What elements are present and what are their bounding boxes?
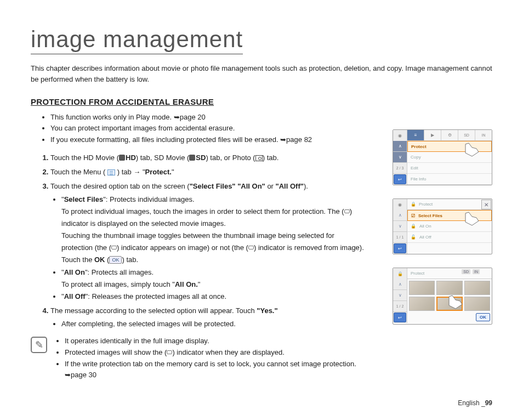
ok-button[interactable]: OK xyxy=(476,313,490,321)
ok-icon: OK xyxy=(109,256,122,264)
note-block: ✎ It operates identically in the full im… xyxy=(31,336,365,381)
thumbnail[interactable] xyxy=(409,281,435,295)
screen-menu: ◉ ∧ ∨ 2 / 3 ↩ ≡ ▶ ⚙ SD IN Protect Copy E… xyxy=(393,129,492,185)
footer-lang: English xyxy=(458,399,481,407)
up-button[interactable]: ∧ xyxy=(393,210,407,221)
label: All Off xyxy=(419,235,431,240)
film-icon xyxy=(189,155,195,161)
title-text: Protect xyxy=(411,271,424,276)
sd-badge: SD xyxy=(462,269,470,274)
photo-icon xyxy=(255,155,263,161)
down-button[interactable]: ∨ xyxy=(393,290,407,301)
tab-list[interactable]: ≡ xyxy=(407,130,424,140)
text: or xyxy=(265,182,276,190)
option-labels: "Select Files" "All On" xyxy=(190,182,265,190)
text: " xyxy=(140,168,145,176)
hand-pointer-icon xyxy=(446,294,465,310)
note-icon: ✎ xyxy=(31,337,47,353)
text: The message according to the selected op… xyxy=(50,307,257,315)
option-label: "All Off" xyxy=(276,182,304,190)
page-title: image management xyxy=(31,26,243,54)
substep-after: After completing, the selected images wi… xyxy=(61,318,365,330)
text: ) tab. xyxy=(263,154,279,162)
text: To protect all images, simply touch " xyxy=(61,280,175,288)
menu-edit[interactable]: Edit xyxy=(407,163,492,174)
disc-icon: ◉ xyxy=(393,130,407,141)
disc-icon: ◉ xyxy=(393,199,407,210)
text: ) tab, or Photo ( xyxy=(206,154,255,162)
protect-label: Protect. xyxy=(145,168,172,176)
prereq-item: If you execute formatting, all files inc… xyxy=(50,134,365,145)
text: ": Protects all images. xyxy=(85,268,154,276)
note-item: If the write protection tab on the memor… xyxy=(65,359,365,382)
text: Touch the desired option tab on the scre… xyxy=(50,182,190,190)
text: ( xyxy=(105,256,110,264)
tab-play[interactable]: ▶ xyxy=(424,130,441,140)
hand-pointer-icon xyxy=(462,211,482,226)
thumbnail[interactable] xyxy=(436,281,462,295)
step-4: The message according to the selected op… xyxy=(50,305,365,330)
back-button[interactable]: ↩ xyxy=(394,243,406,253)
up-button[interactable]: ∧ xyxy=(393,141,407,152)
text: ": Releases the protected images all at … xyxy=(86,292,227,300)
tab-in[interactable]: IN xyxy=(475,130,492,140)
substep-all-off: "All Off": Releases the protected images… xyxy=(61,291,365,303)
back-button[interactable]: ↩ xyxy=(394,174,406,184)
step-2: Touch the Menu ( ) tab → "Protect." xyxy=(50,166,365,178)
prereq-item: This function works only in Play mode. ➥… xyxy=(50,112,365,123)
footer-sep: _ xyxy=(481,399,485,407)
thumbnail[interactable] xyxy=(464,281,490,295)
lock-icon: 🔒 xyxy=(393,268,407,279)
hand-pointer-icon xyxy=(462,142,482,157)
arrow-icon: → xyxy=(133,166,140,178)
menu-fileinfo[interactable]: File Info xyxy=(407,174,492,185)
yes-label: "Yes." xyxy=(257,307,277,315)
select-files-label: Select Files xyxy=(64,195,104,203)
option-all-off[interactable]: 🔓All Off xyxy=(407,232,492,243)
page-indicator: 1 / 1 xyxy=(393,232,407,243)
text: Touch the Menu ( xyxy=(50,168,105,176)
down-button[interactable]: ∨ xyxy=(393,221,407,232)
substep-all-on: "All On": Protects all images. To protec… xyxy=(61,266,365,291)
back-button[interactable]: ↩ xyxy=(394,313,406,322)
text: " xyxy=(172,168,174,176)
note-item: It operates identically in the full imag… xyxy=(65,336,365,347)
page-indicator: 2 / 3 xyxy=(393,163,407,174)
prereq-item: You can protect important images from ac… xyxy=(50,123,365,134)
text: Touch the HD Movie ( xyxy=(50,154,119,162)
down-button[interactable]: ∨ xyxy=(393,152,407,163)
key-icon xyxy=(248,246,254,249)
thumbnail[interactable] xyxy=(409,297,435,311)
text: ) tab xyxy=(117,168,134,176)
text: Protected images will show the ( xyxy=(65,348,167,356)
text: ) indicator when they are displayed. xyxy=(172,348,285,356)
steps-list: Touch the HD Movie (HD) tab, SD Movie (S… xyxy=(31,152,365,330)
substep-select-files: "Select Files": Protects individual imag… xyxy=(61,194,365,266)
ok-label: OK xyxy=(94,256,105,264)
section-heading: PROTECTION FROM ACCIDENTAL ERASURE xyxy=(31,97,492,106)
tab-settings[interactable]: ⚙ xyxy=(441,130,458,140)
title-text: Protect xyxy=(419,202,433,207)
sd-label: SD xyxy=(196,154,206,162)
tab-sd[interactable]: SD xyxy=(458,130,475,140)
text: " xyxy=(198,280,201,288)
page-footer: English _99 xyxy=(458,399,492,407)
footer-page: 99 xyxy=(485,399,492,407)
step-3: Touch the desired option tab on the scre… xyxy=(50,180,365,303)
menu-icon xyxy=(107,169,115,175)
text: ) indicator appears on image) or not (th… xyxy=(117,243,248,252)
main-content: This function works only in Play mode. ➥… xyxy=(31,112,365,381)
text: ": Protects individual images. xyxy=(103,195,194,203)
up-button[interactable]: ∧ xyxy=(393,279,407,290)
in-badge: IN xyxy=(473,269,480,274)
all-on-label: All On xyxy=(64,268,85,276)
screen-thumbnails: 🔒 ∧ ∨ 1 / 2 ↩ Protect SD IN xyxy=(393,268,492,325)
close-button[interactable]: ✕ xyxy=(481,200,491,209)
hd-label: HD xyxy=(126,154,136,162)
screen-mockups: ◉ ∧ ∨ 2 / 3 ↩ ≡ ▶ ⚙ SD IN Protect Copy E… xyxy=(393,129,492,325)
screen-title: 🔒Protect xyxy=(407,199,492,210)
label: Select Files xyxy=(418,213,442,218)
thumbnail[interactable] xyxy=(464,297,490,311)
screen-protect-options: ◉ ∧ ∨ 1 / 1 ↩ 🔒Protect ☑Select Files 🔒Al… xyxy=(393,198,492,254)
text: ) tab, SD Movie ( xyxy=(136,154,190,162)
